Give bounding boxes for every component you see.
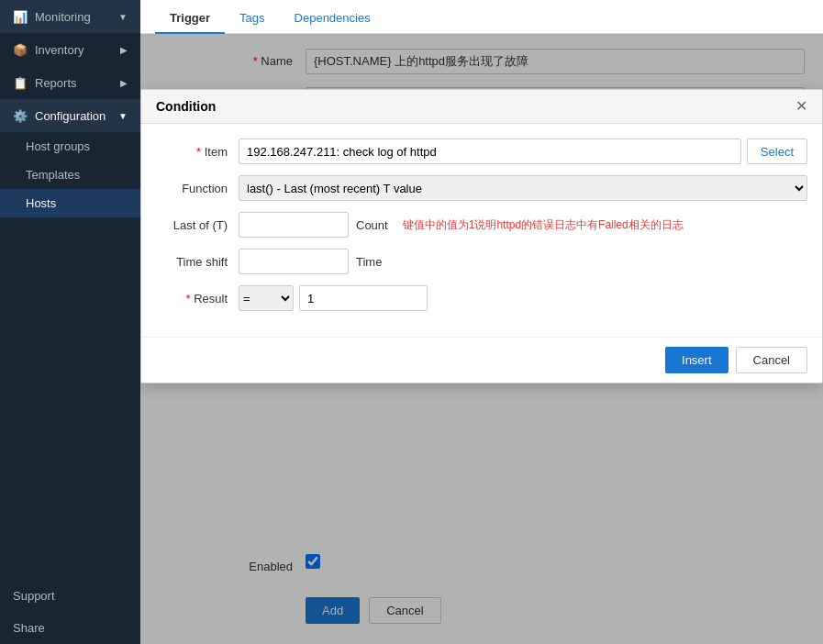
modal-time-shift-label: Time shift: [156, 255, 239, 269]
modal-close-button[interactable]: ✕: [795, 99, 807, 114]
last-of-input[interactable]: [239, 212, 349, 238]
tab-dependencies-label: Dependencies: [295, 11, 371, 25]
modal-overlay: Condition ✕ * Item Select: [140, 34, 823, 644]
sidebar-item-share[interactable]: Share: [0, 612, 140, 644]
count-label: Count: [356, 218, 388, 232]
share-label: Share: [13, 621, 45, 635]
insert-button[interactable]: Insert: [665, 347, 728, 373]
tab-trigger[interactable]: Trigger: [155, 4, 225, 34]
result-value-input[interactable]: [299, 285, 428, 311]
host-groups-label: Host groups: [26, 139, 90, 153]
sidebar-item-reports[interactable]: 📋 Reports ▶: [0, 66, 140, 99]
sidebar-item-monitoring[interactable]: 📊 Monitoring ▼: [0, 0, 140, 33]
sidebar-sub-host-groups[interactable]: Host groups: [0, 132, 140, 161]
modal-result-row: * Result =: [156, 285, 807, 311]
modal-function-label: Function: [156, 182, 239, 195]
modal-function-row: Function last() - Last (most recent) T v…: [156, 175, 807, 201]
configuration-expand-icon: ▼: [118, 111, 128, 121]
templates-label: Templates: [26, 168, 80, 182]
time-shift-label-text: Time shift: [176, 255, 228, 269]
reports-icon: 📋: [13, 75, 28, 90]
sidebar: 📊 Monitoring ▼ 📦 Inventory ▶ 📋 Reports ▶…: [0, 0, 140, 644]
modal-last-of-row: Last of (T) Count 键值中的值为1说明httpd的错误日志中有F…: [156, 212, 807, 238]
configuration-label: Configuration: [35, 109, 106, 123]
tabs-bar: Trigger Tags Dependencies: [140, 0, 823, 34]
reports-label: Reports: [35, 76, 77, 90]
configuration-icon: ⚙️: [13, 108, 28, 123]
inventory-expand-icon: ▶: [120, 45, 128, 55]
tab-tags[interactable]: Tags: [225, 4, 279, 34]
tooltip-text: 键值中的值为1说明httpd的错误日志中有Failed相关的日志: [403, 217, 684, 233]
time-label: Time: [356, 255, 382, 269]
modal-time-shift-row: Time shift Time: [156, 249, 807, 274]
modal-cancel-button[interactable]: Cancel: [736, 347, 807, 373]
modal-item-label: * Item: [156, 145, 239, 159]
result-group: =: [239, 285, 807, 311]
modal-result-label: * Result: [156, 292, 239, 305]
sidebar-item-support[interactable]: Support: [0, 580, 140, 612]
item-input[interactable]: [239, 139, 741, 164]
tab-trigger-label: Trigger: [170, 11, 210, 25]
sidebar-sub-templates[interactable]: Templates: [0, 161, 140, 189]
last-of-group: Count 键值中的值为1说明httpd的错误日志中有Failed相关的日志: [239, 212, 807, 238]
insert-label: Insert: [682, 353, 712, 367]
monitoring-expand-icon: ▼: [118, 12, 128, 22]
item-row: Select: [239, 139, 807, 164]
function-select[interactable]: last() - Last (most recent) T value: [239, 175, 807, 201]
sidebar-sub-hosts[interactable]: Hosts: [0, 189, 140, 217]
sidebar-item-inventory[interactable]: 📦 Inventory ▶: [0, 33, 140, 66]
modal-function-label-text: Function: [182, 182, 228, 195]
modal-cancel-label: Cancel: [753, 353, 790, 367]
tab-tags-label: Tags: [239, 11, 264, 25]
select-label: Select: [761, 145, 794, 159]
modal-body: * Item Select Function: [141, 124, 822, 337]
last-of-label-text: Last of (T): [173, 218, 228, 232]
condition-modal: Condition ✕ * Item Select: [140, 89, 823, 383]
form-area: * Name Event name Operational data Sever…: [140, 34, 823, 644]
support-label: Support: [13, 589, 55, 603]
monitoring-label: Monitoring: [35, 10, 91, 24]
modal-title: Condition: [156, 99, 216, 114]
modal-header: Condition ✕: [141, 90, 822, 124]
monitoring-icon: 📊: [13, 9, 28, 24]
hosts-label: Hosts: [26, 196, 56, 210]
result-operator-select[interactable]: =: [239, 285, 294, 311]
modal-item-row: * Item Select: [156, 139, 807, 164]
inventory-label: Inventory: [35, 43, 83, 57]
main-area: Trigger Tags Dependencies * Name Event n…: [140, 0, 823, 644]
modal-result-label-text: Result: [194, 292, 228, 305]
sidebar-item-configuration[interactable]: ⚙️ Configuration ▼: [0, 99, 140, 132]
time-shift-group: Time: [239, 249, 807, 274]
time-shift-input[interactable]: [239, 249, 349, 274]
modal-last-of-label: Last of (T): [156, 218, 239, 232]
tab-dependencies[interactable]: Dependencies: [280, 4, 385, 34]
modal-footer: Insert Cancel: [141, 337, 822, 383]
modal-item-label-text: Item: [205, 145, 228, 159]
reports-expand-icon: ▶: [120, 78, 128, 88]
inventory-icon: 📦: [13, 42, 28, 57]
select-button[interactable]: Select: [747, 139, 807, 164]
